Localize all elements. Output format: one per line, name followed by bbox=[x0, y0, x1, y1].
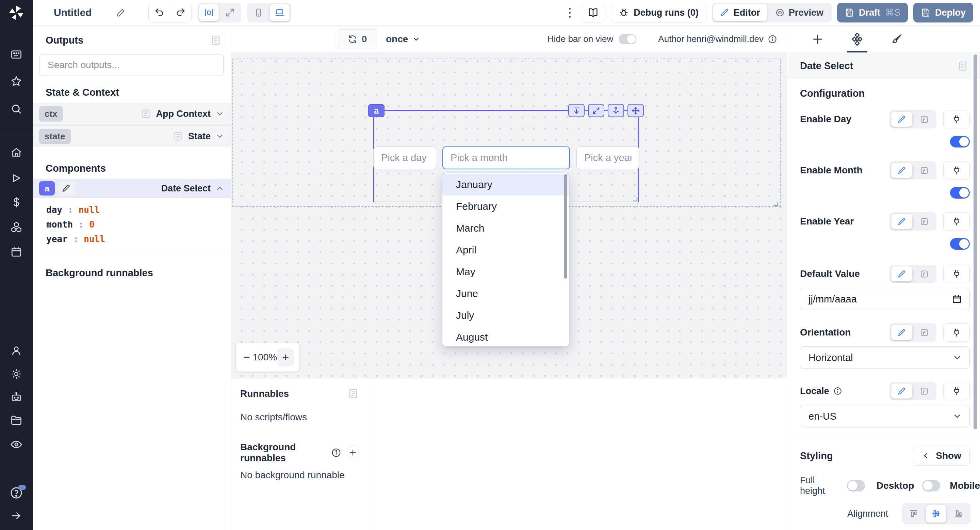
settings-doc-icon[interactable] bbox=[957, 60, 969, 72]
state-output-row[interactable]: state State bbox=[33, 125, 231, 147]
function-icon[interactable] bbox=[914, 163, 935, 178]
deploy-button[interactable]: Deploy bbox=[913, 3, 973, 22]
variables-dollar-icon[interactable] bbox=[11, 196, 22, 208]
connect-plug-icon[interactable] bbox=[943, 382, 970, 400]
enable-month-toggle[interactable] bbox=[950, 187, 970, 199]
styling-brush-tab[interactable] bbox=[877, 26, 916, 53]
chevron-down-icon[interactable] bbox=[215, 132, 224, 140]
runnables-doc-icon[interactable] bbox=[347, 388, 359, 399]
connect-plug-icon[interactable] bbox=[943, 323, 970, 342]
pick-year-input[interactable] bbox=[576, 147, 640, 169]
draft-save-button[interactable]: Draft ⌘S bbox=[837, 3, 908, 22]
star-icon[interactable] bbox=[10, 75, 22, 88]
chevron-down-icon[interactable] bbox=[215, 109, 224, 118]
settings-gear-icon[interactable] bbox=[10, 368, 22, 380]
rename-component-pencil-icon[interactable] bbox=[59, 182, 74, 195]
component-settings-tab[interactable] bbox=[837, 26, 877, 53]
output-value-row[interactable]: day:null bbox=[46, 203, 231, 217]
move-icon[interactable] bbox=[627, 104, 644, 117]
home-icon[interactable] bbox=[10, 147, 22, 159]
docs-book-button[interactable] bbox=[581, 3, 605, 22]
function-icon[interactable] bbox=[914, 267, 935, 281]
connect-plug-icon[interactable] bbox=[943, 212, 970, 231]
function-icon[interactable] bbox=[914, 112, 935, 127]
full-height-toggle[interactable] bbox=[847, 480, 865, 492]
folders-icon[interactable] bbox=[10, 414, 22, 426]
schedules-calendar-icon[interactable] bbox=[10, 246, 22, 258]
workers-robot-icon[interactable] bbox=[10, 391, 22, 403]
calendar-icon[interactable] bbox=[952, 294, 962, 304]
expand-down-icon[interactable] bbox=[568, 104, 585, 117]
component-resize-handle[interactable] bbox=[632, 196, 638, 202]
static-pencil-icon[interactable] bbox=[891, 163, 912, 178]
dropdown-scrollbar[interactable] bbox=[564, 174, 567, 279]
align-bottom-icon[interactable] bbox=[948, 505, 969, 522]
editor-tab[interactable]: Editor bbox=[713, 4, 767, 21]
preview-tab[interactable]: Preview bbox=[768, 4, 830, 21]
insert-component-tab[interactable] bbox=[798, 26, 837, 53]
zoom-in-button[interactable]: + bbox=[277, 348, 294, 366]
month-option-july[interactable]: July bbox=[442, 305, 569, 326]
connect-plug-icon[interactable] bbox=[943, 110, 970, 128]
debug-runs-button[interactable]: Debug runs (0) bbox=[611, 3, 706, 22]
connect-plug-icon[interactable] bbox=[943, 265, 970, 283]
settings-scrollbar[interactable] bbox=[974, 54, 977, 429]
edit-title-pencil-icon[interactable] bbox=[116, 8, 126, 18]
run-mode-dropdown[interactable]: once bbox=[386, 34, 420, 45]
more-options-kebab-icon[interactable] bbox=[564, 3, 576, 22]
help-icon[interactable] bbox=[10, 486, 23, 500]
windmill-logo-icon[interactable] bbox=[8, 5, 24, 21]
locale-select[interactable]: en-US bbox=[800, 405, 970, 428]
output-value-row[interactable]: year:null bbox=[46, 232, 231, 247]
enable-year-toggle[interactable] bbox=[950, 238, 970, 250]
ctx-output-row[interactable]: ctx App Context bbox=[33, 103, 231, 125]
refresh-count-button[interactable]: 0 bbox=[337, 29, 377, 49]
hide-bar-toggle[interactable] bbox=[619, 34, 636, 44]
function-icon[interactable] bbox=[914, 325, 935, 340]
resources-cubes-icon[interactable] bbox=[10, 221, 22, 233]
desktop-view-button[interactable] bbox=[270, 4, 290, 21]
month-option-april[interactable]: April bbox=[442, 239, 569, 261]
search-icon[interactable] bbox=[10, 103, 22, 115]
outputs-doc-icon[interactable] bbox=[210, 34, 221, 46]
default-value-date-input[interactable]: jj/mm/aaaa bbox=[800, 288, 970, 310]
app-canvas[interactable]: a January February March April May June bbox=[231, 53, 787, 378]
month-option-january[interactable]: January bbox=[442, 174, 569, 196]
month-option-may[interactable]: May bbox=[442, 261, 569, 283]
enable-day-toggle[interactable] bbox=[950, 136, 970, 147]
align-center-icon[interactable] bbox=[926, 505, 946, 522]
fullscreen-layout-button[interactable] bbox=[220, 4, 240, 21]
pick-month-input[interactable] bbox=[442, 147, 570, 169]
orientation-select[interactable]: Horizontal bbox=[800, 346, 970, 369]
locale-info-icon[interactable] bbox=[833, 386, 842, 396]
static-pencil-icon[interactable] bbox=[891, 267, 912, 281]
month-option-august[interactable]: August bbox=[442, 326, 569, 346]
canvas-component-badge[interactable]: a bbox=[368, 104, 385, 117]
styling-show-button[interactable]: Show bbox=[913, 446, 970, 466]
align-top-icon[interactable] bbox=[904, 505, 924, 522]
function-icon[interactable] bbox=[914, 214, 935, 229]
audit-eye-icon[interactable] bbox=[10, 438, 23, 451]
fullscreen-icon[interactable] bbox=[588, 104, 605, 117]
static-pencil-icon[interactable] bbox=[891, 112, 912, 127]
connect-plug-icon[interactable] bbox=[943, 161, 970, 179]
static-pencil-icon[interactable] bbox=[891, 325, 912, 340]
component-a-row[interactable]: a Date Select bbox=[33, 179, 231, 198]
month-option-june[interactable]: June bbox=[442, 283, 569, 305]
static-pencil-icon[interactable] bbox=[891, 214, 912, 229]
desktop-mobile-toggle[interactable] bbox=[922, 480, 940, 492]
undo-button[interactable] bbox=[149, 3, 170, 22]
redo-button[interactable] bbox=[170, 3, 191, 22]
chevron-up-icon[interactable] bbox=[215, 184, 224, 193]
info-icon[interactable] bbox=[768, 34, 777, 44]
apps-icon[interactable] bbox=[10, 48, 22, 61]
background-runnables-info-icon[interactable] bbox=[331, 448, 341, 458]
month-option-february[interactable]: February bbox=[442, 196, 569, 217]
output-value-row[interactable]: month:0 bbox=[46, 217, 231, 232]
static-pencil-icon[interactable] bbox=[891, 383, 912, 399]
add-background-runnable-button[interactable] bbox=[347, 445, 360, 460]
grid-resize-handle[interactable] bbox=[772, 200, 779, 207]
centered-layout-button[interactable] bbox=[199, 4, 219, 21]
mobile-view-button[interactable] bbox=[249, 4, 269, 21]
function-icon[interactable] bbox=[914, 383, 935, 399]
